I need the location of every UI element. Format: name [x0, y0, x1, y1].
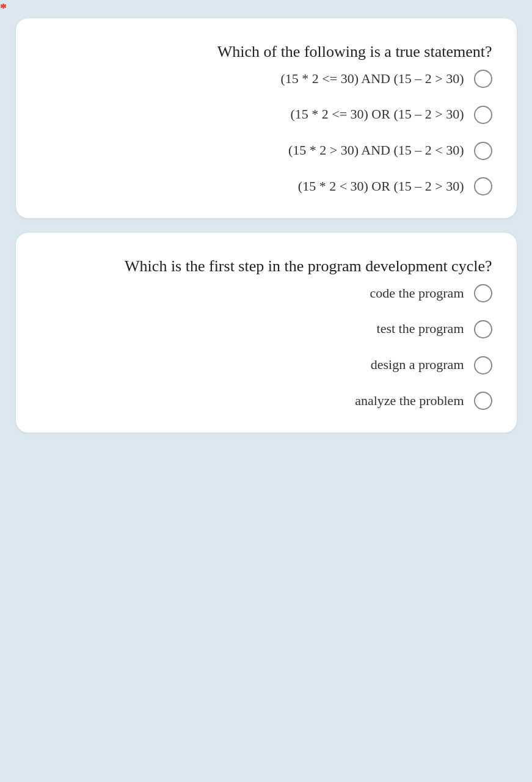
option-label: design a program [371, 356, 464, 375]
option-item[interactable]: analyze the problem [40, 392, 492, 411]
radio-circle[interactable] [474, 142, 492, 160]
option-item[interactable]: (15 * 2 > 30) AND (15 – 2 < 30) [40, 141, 492, 160]
option-label: (15 * 2 < 30) OR (15 – 2 > 30) [298, 177, 464, 196]
option-label: (15 * 2 <= 30) AND (15 – 2 > 30) [281, 70, 464, 89]
options-list-1: (15 * 2 <= 30) AND (15 – 2 > 30) (15 * 2… [40, 70, 492, 196]
option-item[interactable]: code the program [40, 284, 492, 303]
option-label: test the program [377, 320, 464, 338]
question-card-1: * Which of the following is a true state… [16, 18, 517, 218]
option-item[interactable]: design a program [40, 356, 492, 375]
question-text-2: Which is the first step in the program d… [125, 257, 492, 275]
required-star-2: * [0, 0, 7, 16]
option-item[interactable]: test the program [40, 320, 492, 338]
radio-circle[interactable] [474, 70, 492, 88]
option-item[interactable]: (15 * 2 <= 30) OR (15 – 2 > 30) [40, 105, 492, 124]
option-label: (15 * 2 > 30) AND (15 – 2 < 30) [288, 141, 464, 160]
radio-circle[interactable] [474, 356, 492, 375]
option-item[interactable]: (15 * 2 <= 30) AND (15 – 2 > 30) [40, 70, 492, 89]
radio-circle[interactable] [474, 392, 492, 410]
option-label: code the program [370, 284, 464, 303]
option-item[interactable]: (15 * 2 < 30) OR (15 – 2 > 30) [40, 177, 492, 196]
radio-circle[interactable] [474, 284, 492, 302]
option-label: analyze the problem [355, 392, 464, 411]
question-card-2: * Which is the first step in the program… [16, 233, 517, 433]
radio-circle[interactable] [474, 106, 492, 124]
radio-circle[interactable] [474, 177, 492, 196]
option-label: (15 * 2 <= 30) OR (15 – 2 > 30) [290, 105, 464, 124]
options-list-2: code the program test the program design… [40, 284, 492, 411]
radio-circle[interactable] [474, 320, 492, 338]
question-text-1: Which of the following is a true stateme… [217, 43, 492, 60]
